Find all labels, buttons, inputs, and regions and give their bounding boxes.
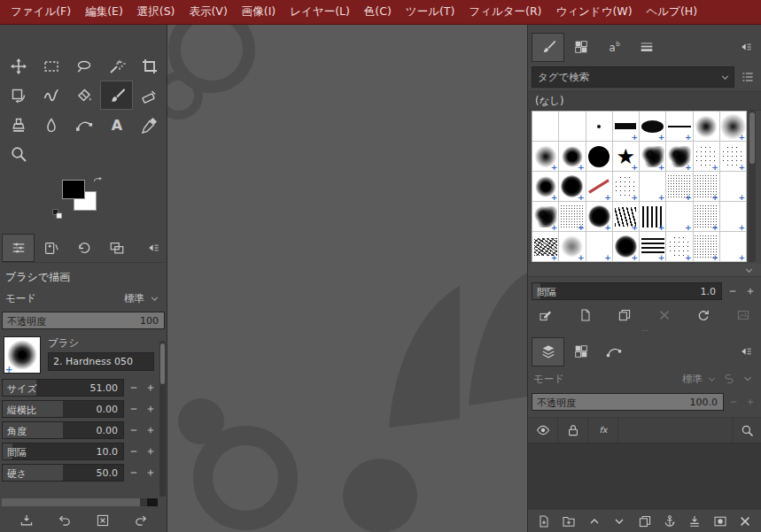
slider-track[interactable]: 硬さ 50.0	[2, 464, 124, 482]
brush-item[interactable]	[532, 232, 559, 262]
layers-dock-menu-button[interactable]	[734, 341, 757, 362]
brush-grid-scrollbar[interactable]	[749, 111, 756, 262]
dock-splitter-handle[interactable]	[528, 326, 761, 335]
brush-view-mode-button[interactable]	[738, 67, 757, 87]
duplic​ate-layer-button[interactable]	[635, 512, 655, 531]
brush-item[interactable]	[666, 172, 693, 202]
mode-row[interactable]: モード 標準	[0, 289, 167, 308]
slider-track[interactable]: サイズ 51.00	[2, 379, 124, 397]
decrement-button[interactable]	[126, 423, 141, 438]
layer-visibility-toggle[interactable]	[528, 418, 558, 443]
tab-gradients[interactable]	[630, 33, 663, 62]
layer-effects-toggle[interactable]: fx	[588, 418, 618, 443]
menu-item[interactable]: フィルター(R)	[462, 1, 548, 23]
tab-device-status[interactable]	[35, 234, 67, 262]
lower-layer-button[interactable]	[610, 512, 629, 531]
increment-button[interactable]	[143, 444, 158, 459]
brush-item[interactable]	[613, 142, 640, 172]
brush-item[interactable]	[586, 142, 613, 172]
fuzzy-select-tool[interactable]	[100, 51, 133, 81]
brush-item[interactable]	[720, 142, 747, 172]
smudge-tool[interactable]	[35, 110, 67, 139]
brush-item[interactable]	[613, 112, 640, 142]
brush-item[interactable]	[559, 112, 586, 142]
paths-tool[interactable]	[67, 110, 100, 139]
brush-item[interactable]	[586, 202, 613, 232]
eraser-tool[interactable]	[133, 81, 166, 110]
slider-track[interactable]: 角度 0.00	[2, 421, 124, 439]
expand-grid-button[interactable]	[742, 264, 756, 277]
increment-button[interactable]	[143, 423, 158, 438]
layer-mode-options-button[interactable]	[740, 371, 756, 387]
rectangle-select-tool[interactable]	[35, 51, 67, 81]
chevron-down-icon[interactable]	[705, 373, 718, 386]
raise-layer-button[interactable]	[585, 512, 604, 531]
new-layer-group-button[interactable]	[559, 512, 579, 531]
menu-item[interactable]: ファイル(F)	[4, 1, 78, 23]
brush-item[interactable]	[666, 202, 693, 232]
tab-fonts[interactable]: ab	[597, 33, 630, 62]
tab-undo-history[interactable]	[67, 234, 100, 262]
brush-item[interactable]	[694, 112, 720, 142]
brush-selector[interactable]: + ブラシ 2. Hardness 050	[0, 331, 167, 375]
brush-item[interactable]	[613, 232, 640, 262]
paintbrush-tool[interactable]	[100, 81, 133, 110]
brush-item[interactable]	[532, 202, 559, 232]
increment-button[interactable]	[143, 466, 158, 481]
crop-tool[interactable]	[133, 51, 166, 81]
decrement-button[interactable]	[126, 381, 141, 396]
menu-item[interactable]: 画像(I)	[235, 1, 283, 23]
default-colors-icon[interactable]	[51, 208, 66, 222]
color-picker-tool[interactable]	[133, 110, 166, 139]
brush-thumbnail[interactable]: +	[4, 336, 41, 374]
tab-brushes[interactable]	[532, 33, 564, 62]
bucket-fill-tool[interactable]	[67, 81, 100, 110]
decrement-button[interactable]	[725, 284, 740, 299]
layer-list[interactable]	[528, 443, 761, 509]
brush-item[interactable]	[532, 172, 559, 202]
brush-item[interactable]	[559, 202, 586, 232]
anchor-layer-button[interactable]	[660, 512, 679, 531]
brush-item[interactable]	[559, 232, 586, 262]
brush-item[interactable]	[640, 142, 666, 172]
text-tool[interactable]: A	[100, 110, 133, 139]
menu-item[interactable]: ツール(T)	[399, 1, 462, 23]
zoom-tool[interactable]	[2, 139, 35, 168]
brush-item[interactable]	[640, 172, 666, 202]
menu-item[interactable]: 選択(S)	[130, 1, 182, 23]
decrement-button[interactable]	[126, 466, 141, 481]
refresh-brushes-button[interactable]	[693, 305, 714, 325]
decrement-button[interactable]	[126, 444, 141, 459]
layer-opacity-slider[interactable]: 不透明度 100.0	[532, 393, 724, 411]
brush-item[interactable]	[694, 232, 720, 262]
brush-item[interactable]	[586, 172, 613, 202]
tab-tool-options[interactable]	[2, 234, 35, 262]
decrement-button[interactable]	[126, 402, 141, 417]
brush-item[interactable]	[613, 172, 640, 202]
tab-images[interactable]	[100, 234, 133, 262]
brush-tag-row[interactable]: (なし)	[528, 91, 761, 111]
foreground-color-swatch[interactable]	[62, 180, 85, 199]
toolbox-dock-menu-button[interactable]	[142, 237, 165, 258]
brush-item[interactable]	[720, 232, 747, 262]
brush-item[interactable]	[666, 142, 693, 172]
brush-item[interactable]	[532, 142, 559, 172]
open-brush-as-image-button[interactable]	[733, 305, 754, 325]
menu-item[interactable]: 表示(V)	[182, 1, 234, 23]
decrement-button[interactable]	[726, 395, 741, 410]
scrollbar-thumb[interactable]	[749, 112, 755, 164]
new-brush-button[interactable]	[575, 305, 596, 325]
brush-item[interactable]	[586, 112, 613, 142]
brush-item[interactable]	[694, 142, 720, 172]
brush-item[interactable]	[694, 172, 720, 202]
chevron-down-icon[interactable]	[718, 71, 732, 84]
restore-tool-options-button[interactable]	[55, 511, 74, 530]
brush-spacing-slider[interactable]: 間隔 1.0	[532, 282, 722, 300]
layer-lock-toggle[interactable]	[558, 418, 588, 443]
brush-dock-menu-button[interactable]	[734, 36, 757, 58]
tab-channels[interactable]	[564, 337, 597, 366]
tab-patterns[interactable]	[564, 33, 597, 62]
move-tool[interactable]	[2, 51, 35, 81]
tool-options-horizontal-scrollbar[interactable]	[2, 498, 158, 506]
edit-brush-button[interactable]	[535, 305, 556, 325]
